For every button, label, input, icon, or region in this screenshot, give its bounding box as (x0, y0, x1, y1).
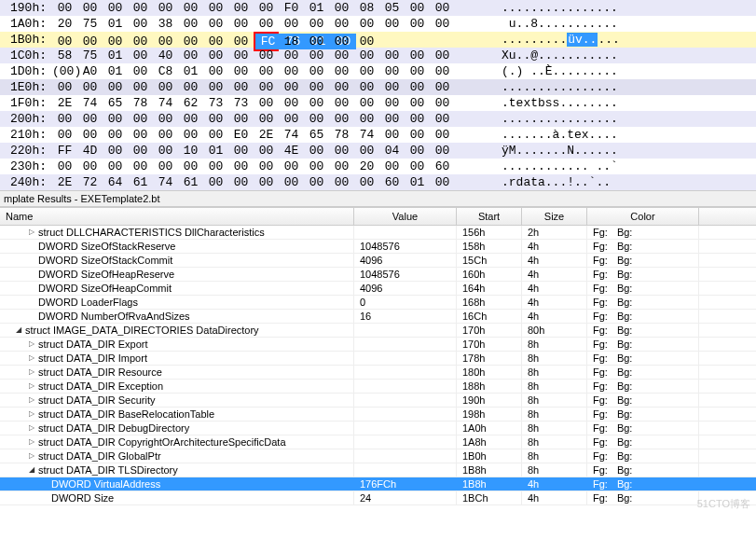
hex-row[interactable]: 210h:00000000000000E02E74657874000000...… (0, 127, 756, 143)
template-results-tree[interactable]: Name Value Start Size Color struct DLLCH… (0, 207, 756, 505)
expand-icon (26, 283, 36, 294)
tree-row[interactable]: DWORD LoaderFlags0168h4hFg:Bg: (0, 296, 756, 310)
tree-row[interactable]: DWORD VirtualAddress176FCh1B8h4hFg:Bg: (0, 477, 756, 491)
offset: 1F0h: (0, 95, 52, 111)
tree-row[interactable]: struct DATA_DIR Export170h8hFg:Bg: (0, 338, 756, 352)
col-size-header[interactable]: Size (522, 208, 587, 225)
offset: 220h: (0, 143, 52, 159)
tree-row[interactable]: struct DATA_DIR DebugDirectory1A0h8hFg:B… (0, 422, 756, 435)
offset: 200h: (0, 111, 52, 127)
tree-row[interactable]: struct DATA_DIR CopyrightOrArchitectureS… (0, 435, 756, 449)
node-name: DWORD Size (51, 491, 114, 504)
expand-icon[interactable] (26, 381, 36, 392)
ascii: ÿM.......N...... (502, 143, 756, 159)
hex-bytes[interactable]: 2E726461746100000000000000600100 (52, 174, 490, 190)
ascii: Xu..@........... (502, 48, 756, 63)
hex-row[interactable]: 1B0h:0000000000000000FC76010018000000...… (0, 32, 756, 48)
tree-row[interactable]: struct DATA_DIR TLSDirectory1B8h8hFg:Bg: (0, 463, 756, 477)
hex-row[interactable]: 1F0h:2E746578746273730000000000000000.te… (0, 95, 756, 111)
hex-row[interactable]: 1D0h:(00)A00100C80100000000000000000000(… (0, 63, 756, 79)
hex-row[interactable]: 220h:FF4D000000100100004E000000040000ÿM.… (0, 143, 756, 159)
tree-row[interactable]: struct DATA_DIR Exception188h8hFg:Bg: (0, 380, 756, 394)
hex-bytes[interactable]: (00)A00100C80100000000000000000000 (52, 63, 490, 79)
tree-row[interactable]: DWORD SizeOfHeapReserve1048576160h4hFg:B… (0, 268, 756, 282)
expand-icon[interactable] (26, 353, 36, 364)
hex-editor[interactable]: 190h:000000000000000000F0010008050000...… (0, 0, 756, 190)
tree-row[interactable]: struct DATA_DIR Security190h8hFg:Bg: (0, 394, 756, 408)
hex-bytes[interactable]: 0000000000000000FC76010018000000 (52, 32, 490, 48)
expand-icon (26, 297, 36, 308)
hex-bytes[interactable]: 2E746578746273730000000000000000 (52, 95, 490, 111)
tree-row[interactable]: struct DLLCHARACTERISTICS DllCharacteris… (0, 226, 756, 240)
expand-icon[interactable] (26, 339, 36, 350)
hex-row[interactable]: 1C0h:58750100400000000000000000000000Xu.… (0, 48, 756, 63)
ascii: ................ (502, 111, 756, 127)
ascii: ................ (502, 79, 756, 95)
expand-icon[interactable] (26, 423, 36, 434)
hex-bytes[interactable]: FF4D000000100100004E000000040000 (52, 143, 490, 159)
expand-icon[interactable] (26, 409, 36, 420)
tree-row[interactable]: struct DATA_DIR Resource180h8hFg:Bg: (0, 366, 756, 380)
hex-bytes[interactable]: 00000000000000000000000000000000 (52, 79, 490, 95)
expand-icon[interactable] (26, 465, 36, 476)
hex-bytes[interactable]: 00000000000000E02E74657874000000 (52, 127, 490, 143)
node-name: DWORD SizeOfHeapReserve (38, 268, 174, 281)
expand-icon[interactable] (26, 451, 36, 462)
offset: 1A0h: (0, 16, 52, 32)
node-name: DWORD VirtualAddress (51, 477, 160, 491)
tree-row[interactable]: DWORD SizeOfHeapCommit4096164h4hFg:Bg: (0, 282, 756, 296)
hex-bytes[interactable]: 58750100400000000000000000000000 (52, 48, 490, 63)
hex-row[interactable]: 1E0h:00000000000000000000000000000000...… (0, 79, 756, 95)
expand-icon[interactable] (26, 228, 36, 238)
node-name: struct DLLCHARACTERISTICS DllCharacteris… (38, 226, 265, 239)
offset: 190h: (0, 0, 52, 16)
hex-row[interactable]: 1A0h:20750100380000000000000000000000 u.… (0, 16, 756, 32)
expand-icon[interactable] (26, 395, 36, 406)
hex-bytes[interactable]: 00000000000000000000000020000060 (52, 159, 490, 174)
node-name: struct DATA_DIR Import (38, 352, 147, 365)
tree-row[interactable]: struct DATA_DIR Import178h8hFg:Bg: (0, 352, 756, 366)
hex-row[interactable]: 240h:2E726461746100000000000000600100.rd… (0, 174, 756, 190)
expand-icon (39, 493, 49, 504)
node-name: struct DATA_DIR Export (38, 338, 148, 351)
node-name: struct DATA_DIR Security (38, 394, 156, 407)
tree-row[interactable]: struct DATA_DIR GlobalPtr1B0h8hFg:Bg: (0, 449, 756, 463)
tree-row[interactable]: DWORD SizeOfStackCommit409615Ch4hFg:Bg: (0, 254, 756, 268)
offset: 210h: (0, 127, 52, 143)
expand-icon (26, 311, 36, 322)
col-color-header[interactable]: Color (587, 208, 699, 225)
tree-row[interactable]: struct DATA_DIR BaseRelocationTable198h8… (0, 408, 756, 422)
tree-header: Name Value Start Size Color (0, 208, 756, 226)
ascii: (.) ..È......... (502, 63, 756, 79)
col-name-header[interactable]: Name (0, 208, 354, 225)
node-name: struct DATA_DIR CopyrightOrArchitectureS… (38, 435, 286, 449)
node-name: struct DATA_DIR DebugDirectory (38, 422, 189, 435)
expand-icon[interactable] (26, 367, 36, 378)
offset: 1D0h: (0, 63, 52, 79)
offset: 240h: (0, 174, 52, 190)
hex-bytes[interactable]: 20750100380000000000000000000000 (52, 16, 490, 32)
tree-row[interactable]: struct IMAGE_DATA_DIRECTORIES DataDirect… (0, 324, 756, 338)
watermark: 51CTO博客 (697, 497, 750, 505)
hex-row[interactable]: 190h:000000000000000000F0010008050000...… (0, 0, 756, 16)
tree-row[interactable]: DWORD Size241BCh4hFg:Bg: (0, 491, 756, 505)
hex-row[interactable]: 200h:00000000000000000000000000000000...… (0, 111, 756, 127)
hex-row[interactable]: 230h:00000000000000000000000020000060...… (0, 159, 756, 174)
node-name: struct DATA_DIR TLSDirectory (38, 463, 178, 477)
hex-bytes[interactable]: 000000000000000000F0010008050000 (52, 0, 490, 16)
expand-icon[interactable] (13, 325, 23, 336)
ascii: .........üv..... (502, 32, 756, 48)
expand-icon (26, 242, 36, 252)
offset: 1E0h: (0, 79, 52, 95)
results-title: mplate Results - EXETemplate2.bt (0, 190, 756, 207)
node-name: struct IMAGE_DATA_DIRECTORIES DataDirect… (25, 324, 259, 337)
expand-icon[interactable] (26, 437, 36, 448)
col-start-header[interactable]: Start (457, 208, 522, 225)
tree-row[interactable]: DWORD NumberOfRvaAndSizes1616Ch4hFg:Bg: (0, 310, 756, 324)
offset: 1C0h: (0, 48, 52, 63)
expand-icon (26, 256, 36, 266)
expand-icon (26, 270, 36, 280)
col-value-header[interactable]: Value (354, 208, 457, 225)
hex-bytes[interactable]: 00000000000000000000000000000000 (52, 111, 490, 127)
tree-row[interactable]: DWORD SizeOfStackReserve1048576158h4hFg:… (0, 240, 756, 254)
